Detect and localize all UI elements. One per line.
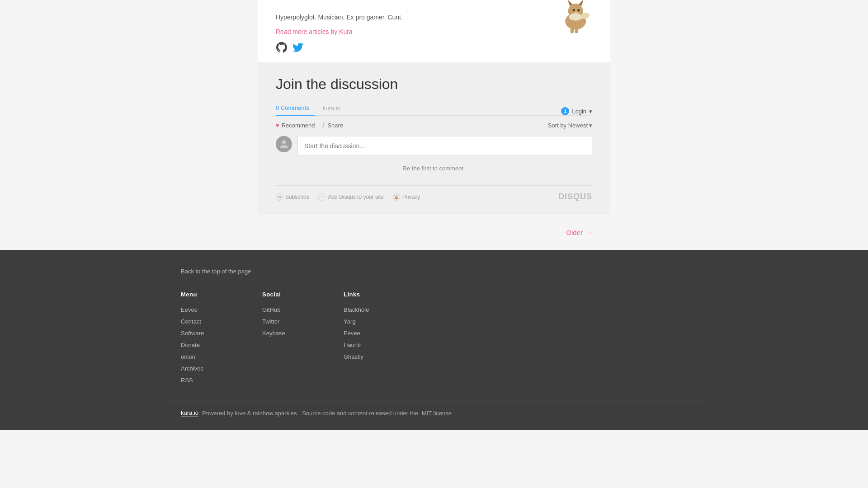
pokemon-illustration bbox=[552, 0, 592, 38]
footer-bottom: kura.io Powered by love & rainbow sparkl… bbox=[163, 400, 705, 417]
footer-menu-eevee[interactable]: Eevee bbox=[181, 304, 235, 316]
disqus-footer: ✉ Subscribe + Add Disqus to your site 🔒 … bbox=[276, 185, 592, 202]
older-link[interactable]: Older → bbox=[566, 229, 592, 236]
footer-menu-title: Menu bbox=[181, 291, 235, 298]
footer-menu-contact[interactable]: Contact bbox=[181, 316, 235, 328]
svg-rect-12 bbox=[575, 28, 578, 33]
footer-social-title: Social bbox=[262, 291, 316, 298]
envelope-icon: ✉ bbox=[276, 193, 283, 201]
author-bio: Hyperpolyglot. Musician. Ex pro gamer. C… bbox=[276, 9, 538, 28]
lock-icon: 🔒 bbox=[393, 193, 400, 201]
be-first-text: Be the first to comment. bbox=[276, 165, 592, 172]
footer-link-hauntr[interactable]: Hauntr bbox=[344, 339, 398, 351]
footer-social-keybase[interactable]: Keybase bbox=[262, 328, 316, 339]
recommend-button[interactable]: ♥ Recommend bbox=[276, 122, 315, 129]
login-badge: 1 bbox=[561, 107, 569, 115]
svg-point-10 bbox=[569, 13, 582, 20]
footer-link-eevee[interactable]: Eevee bbox=[344, 328, 398, 339]
sort-label: Sort by Newest bbox=[548, 122, 588, 129]
footer-links-title: Links bbox=[344, 291, 398, 298]
site-footer: Back to the top of the page Menu Eevee C… bbox=[0, 250, 868, 430]
add-icon: + bbox=[318, 193, 326, 201]
disqus-actions-row: ♥ Recommend ⤴ Share Sort by Newest ▾ bbox=[276, 122, 592, 129]
subscribe-label: Subscribe bbox=[285, 194, 309, 200]
add-disqus-action[interactable]: + Add Disqus to your site bbox=[318, 193, 383, 201]
share-label: Share bbox=[327, 122, 343, 129]
github-icon bbox=[276, 42, 287, 53]
twitter-icon bbox=[292, 42, 303, 53]
recommend-label: Recommend bbox=[282, 122, 315, 129]
sort-by-button[interactable]: Sort by Newest ▾ bbox=[548, 122, 592, 129]
footer-link-blackhole[interactable]: Blackhole bbox=[344, 304, 398, 316]
footer-menu-onion[interactable]: onion bbox=[181, 351, 235, 363]
svg-rect-11 bbox=[571, 28, 574, 33]
footer-bottom-text2: Source code and content released under t… bbox=[302, 410, 418, 417]
avatar bbox=[276, 136, 292, 152]
footer-columns: Menu Eevee Contact Software Donate onion… bbox=[181, 291, 687, 386]
back-to-top-link[interactable]: Back to the top of the page bbox=[163, 268, 705, 291]
tab-comments[interactable]: 0 Comments bbox=[276, 102, 315, 116]
social-icons-row bbox=[276, 42, 592, 53]
login-area[interactable]: 1 Login ▾ bbox=[561, 107, 592, 115]
nav-section: Older → bbox=[258, 215, 610, 250]
comment-input[interactable] bbox=[297, 136, 592, 156]
footer-menu-rss[interactable]: RSS bbox=[181, 375, 235, 386]
add-disqus-label: Add Disqus to your site bbox=[328, 194, 383, 200]
sort-chevron: ▾ bbox=[589, 122, 592, 129]
login-chevron: ▾ bbox=[589, 108, 592, 115]
disqus-tabs: 0 Comments kura.io 1 Login ▾ bbox=[276, 102, 592, 116]
footer-link-ghastly[interactable]: Ghastly bbox=[344, 351, 398, 363]
privacy-action[interactable]: 🔒 Privacy bbox=[393, 193, 420, 201]
footer-bottom-text1: Powered by love & rainbow sparkles. bbox=[202, 410, 298, 417]
read-more-link[interactable]: Read more articles by Kura bbox=[276, 28, 353, 35]
footer-menu-donate[interactable]: Donate bbox=[181, 339, 235, 351]
disqus-logo: DISQUS bbox=[558, 192, 592, 202]
comment-input-area bbox=[276, 136, 592, 156]
footer-menu-archives[interactable]: Archives bbox=[181, 363, 235, 375]
privacy-label: Privacy bbox=[402, 194, 420, 200]
twitter-icon-link[interactable] bbox=[292, 42, 304, 53]
footer-menu-col: Menu Eevee Contact Software Donate onion… bbox=[181, 291, 235, 386]
footer-social-github[interactable]: GitHub bbox=[262, 304, 316, 316]
mit-license-link[interactable]: MIT license bbox=[422, 410, 452, 417]
footer-social-col: Social GitHub Twitter Keybase bbox=[262, 291, 316, 386]
github-icon-link[interactable] bbox=[276, 42, 288, 53]
share-button[interactable]: ⤴ Share bbox=[322, 122, 343, 129]
older-label: Older bbox=[566, 229, 583, 236]
share-icon: ⤴ bbox=[322, 122, 325, 129]
disqus-section: Join the discussion 0 Comments kura.io 1… bbox=[258, 62, 610, 215]
svg-point-6 bbox=[573, 9, 575, 11]
footer-site-link[interactable]: kura.io bbox=[181, 409, 198, 417]
footer-period: . bbox=[455, 410, 457, 417]
footer-content: Menu Eevee Contact Software Donate onion… bbox=[163, 291, 705, 386]
avatar-icon bbox=[279, 139, 289, 149]
footer-links-col: Links Blackhole Yarg Eevee Hauntr Ghastl… bbox=[344, 291, 398, 386]
heart-icon: ♥ bbox=[276, 122, 279, 129]
footer-link-yarg[interactable]: Yarg bbox=[344, 316, 398, 328]
svg-point-7 bbox=[577, 9, 580, 11]
login-label: Login bbox=[572, 108, 586, 115]
join-discussion-title: Join the discussion bbox=[276, 76, 592, 93]
tab-site[interactable]: kura.io bbox=[317, 102, 340, 115]
footer-social-twitter[interactable]: Twitter bbox=[262, 316, 316, 328]
subscribe-action[interactable]: ✉ Subscribe bbox=[276, 193, 309, 201]
right-arrow-icon: → bbox=[585, 229, 592, 236]
footer-menu-software[interactable]: Software bbox=[181, 328, 235, 339]
